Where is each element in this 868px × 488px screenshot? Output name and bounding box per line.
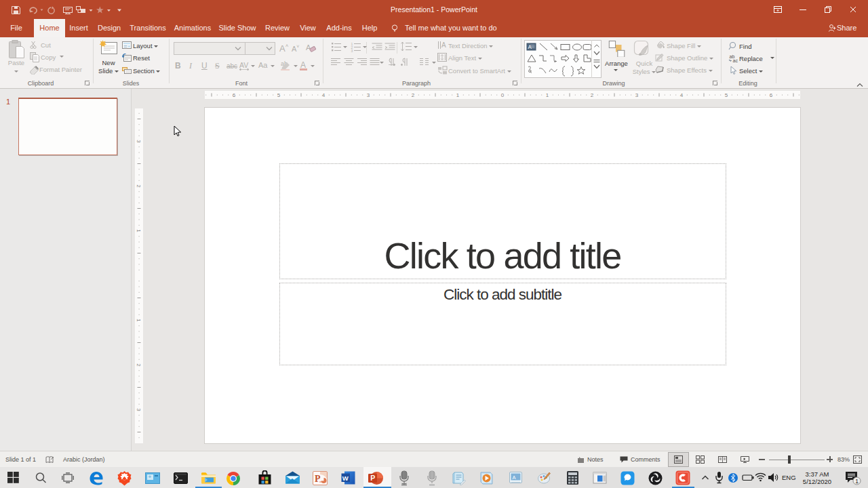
svg-text:ac: ac	[733, 58, 738, 63]
svg-text:P: P	[370, 474, 375, 482]
svg-text:1: 1	[855, 478, 859, 485]
svg-text:5: 5	[725, 92, 728, 98]
svg-text:2: 2	[136, 363, 142, 367]
svg-text:3: 3	[136, 408, 142, 411]
svg-text:3: 3	[136, 140, 142, 143]
svg-text:5: 5	[277, 92, 281, 98]
svg-text:4: 4	[680, 92, 684, 98]
svg-text:2: 2	[591, 92, 594, 98]
svg-text:3: 3	[635, 92, 639, 98]
svg-text:3: 3	[367, 92, 370, 98]
svg-text:A: A	[513, 474, 516, 481]
svg-text:0: 0	[501, 92, 505, 98]
svg-text:1: 1	[546, 92, 549, 98]
svg-text:6: 6	[770, 92, 773, 98]
svg-text:6: 6	[233, 92, 236, 98]
svg-text:1: 1	[136, 229, 142, 232]
svg-text:1: 1	[456, 92, 460, 98]
svg-text:W: W	[342, 474, 349, 482]
svg-text:3: 3	[351, 49, 353, 53]
svg-text:2: 2	[412, 92, 415, 98]
svg-text:1: 1	[136, 319, 142, 322]
svg-text:A: A	[441, 41, 446, 49]
svg-text:4: 4	[322, 92, 326, 98]
svg-text:2: 2	[136, 184, 142, 188]
